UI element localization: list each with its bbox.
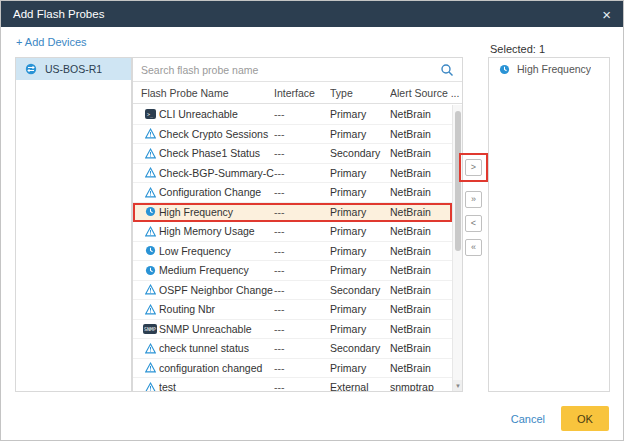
probe-type: Primary xyxy=(330,128,390,140)
move-right-button[interactable]: > xyxy=(465,159,482,176)
search-icon[interactable] xyxy=(440,63,454,77)
probe-type: Primary xyxy=(330,245,390,257)
probe-row[interactable]: Check Phase1 Status---SecondaryNetBrain xyxy=(133,144,452,164)
probe-interface: --- xyxy=(274,323,330,335)
router-icon xyxy=(22,63,40,75)
probe-type: Primary xyxy=(330,362,390,374)
probe-name: configuration changed xyxy=(159,362,274,374)
move-all-right-button[interactable]: » xyxy=(465,191,482,208)
column-type[interactable]: Type xyxy=(330,87,390,99)
clock-icon xyxy=(141,265,159,276)
probe-interface: --- xyxy=(274,342,330,354)
probe-name: Configuration Change xyxy=(159,186,274,198)
probe-name: High Frequency xyxy=(159,206,274,218)
search-bar xyxy=(133,58,462,82)
probe-row[interactable]: configuration changed---PrimaryNetBrain xyxy=(133,359,452,379)
warning-icon xyxy=(141,167,159,178)
probe-interface: --- xyxy=(274,362,330,374)
probe-alert-source: NetBrain xyxy=(390,128,452,140)
probe-alert-source: NetBrain xyxy=(390,225,452,237)
warning-icon xyxy=(141,226,159,237)
add-flash-probes-dialog: Add Flash Probes × + Add Devices Selecte… xyxy=(0,0,624,441)
probe-interface: --- xyxy=(274,381,330,391)
probe-type: Secondary xyxy=(330,342,390,354)
probe-type: External xyxy=(330,381,390,391)
probe-interface: --- xyxy=(274,147,330,159)
probe-name: Check-BGP-Summary-C... xyxy=(159,167,274,179)
dialog-title: Add Flash Probes xyxy=(13,8,104,20)
probe-row[interactable]: >_CLI Unreachable---PrimaryNetBrain xyxy=(133,105,452,125)
probe-interface: --- xyxy=(274,186,330,198)
snmp-icon: SNMP xyxy=(141,324,159,334)
probe-alert-source: NetBrain xyxy=(390,342,452,354)
probe-interface: --- xyxy=(274,128,330,140)
probe-type: Secondary xyxy=(330,284,390,296)
probe-row[interactable]: Check Crypto Sessions---PrimaryNetBrain xyxy=(133,125,452,145)
probe-alert-source: NetBrain xyxy=(390,362,452,374)
move-left-button[interactable]: < xyxy=(465,215,482,232)
probe-row[interactable]: test---Externalsnmptrap xyxy=(133,378,452,391)
probe-interface: --- xyxy=(274,167,330,179)
device-item[interactable]: US-BOS-R1 xyxy=(16,58,131,80)
probe-name: check tunnel status xyxy=(159,342,274,354)
probe-name: Medium Frequency xyxy=(159,264,274,276)
add-devices-link[interactable]: + Add Devices xyxy=(16,36,87,48)
probe-row[interactable]: Low Frequency---PrimaryNetBrain xyxy=(133,242,452,262)
probe-row[interactable]: Medium Frequency---PrimaryNetBrain xyxy=(133,261,452,281)
probe-name: Routing Nbr xyxy=(159,303,274,315)
probe-row[interactable]: check tunnel status---SecondaryNetBrain xyxy=(133,339,452,359)
probe-name: Low Frequency xyxy=(159,245,274,257)
warning-icon xyxy=(141,382,159,391)
probe-type: Primary xyxy=(330,264,390,276)
selected-count-label: Selected: 1 xyxy=(490,43,545,55)
search-input[interactable] xyxy=(141,64,440,76)
warning-icon xyxy=(141,362,159,373)
probe-alert-source: NetBrain xyxy=(390,303,452,315)
probe-interface: --- xyxy=(274,264,330,276)
probe-name: test xyxy=(159,381,274,391)
probe-row[interactable]: SNMPSNMP Unreachable---PrimaryNetBrain xyxy=(133,320,452,340)
probe-table-body: >_CLI Unreachable---PrimaryNetBrainCheck… xyxy=(133,105,452,391)
probe-name: Check Crypto Sessions xyxy=(159,128,274,140)
probe-row[interactable]: Routing Nbr---PrimaryNetBrain xyxy=(133,300,452,320)
probe-interface: --- xyxy=(274,284,330,296)
probe-name: SNMP Unreachable xyxy=(159,323,274,335)
probe-row[interactable]: OSPF Neighbor Change---SecondaryNetBrain xyxy=(133,281,452,301)
column-interface[interactable]: Interface xyxy=(274,87,330,99)
probe-name: Check Phase1 Status xyxy=(159,147,274,159)
probe-name: High Memory Usage xyxy=(159,225,274,237)
probe-alert-source: NetBrain xyxy=(390,186,452,198)
ok-button[interactable]: OK xyxy=(561,406,609,431)
device-name: US-BOS-R1 xyxy=(45,63,102,75)
probe-row[interactable]: High Frequency---PrimaryNetBrain xyxy=(133,203,452,223)
warning-icon xyxy=(141,304,159,315)
probe-alert-source: NetBrain xyxy=(390,167,452,179)
scroll-down-button[interactable]: ▼ xyxy=(453,380,463,391)
probe-interface: --- xyxy=(274,225,330,237)
cancel-button[interactable]: Cancel xyxy=(511,413,545,425)
table-header: Flash Probe Name Interface Type Alert So… xyxy=(133,82,462,104)
probe-interface: --- xyxy=(274,108,330,120)
warning-icon xyxy=(141,343,159,354)
move-all-left-button[interactable]: « xyxy=(465,239,482,256)
probe-type: Primary xyxy=(330,167,390,179)
probe-row[interactable]: High Memory Usage---PrimaryNetBrain xyxy=(133,222,452,242)
probe-type: Primary xyxy=(330,108,390,120)
probe-type: Primary xyxy=(330,225,390,237)
probe-type: Secondary xyxy=(330,147,390,159)
probe-type: Primary xyxy=(330,206,390,218)
column-alert-source[interactable]: Alert Source ... xyxy=(390,87,462,99)
probe-name: OSPF Neighbor Change xyxy=(159,284,274,296)
probe-name: CLI Unreachable xyxy=(159,108,274,120)
warning-icon xyxy=(141,187,159,198)
probe-alert-source: NetBrain xyxy=(390,264,452,276)
warning-icon xyxy=(141,148,159,159)
probe-alert-source: NetBrain xyxy=(390,147,452,159)
column-flash-probe-name[interactable]: Flash Probe Name xyxy=(141,87,274,99)
probe-row[interactable]: Check-BGP-Summary-C...---PrimaryNetBrain xyxy=(133,164,452,184)
table-scrollbar[interactable]: ▼ xyxy=(452,105,462,391)
probe-row[interactable]: Configuration Change---PrimaryNetBrain xyxy=(133,183,452,203)
close-icon[interactable]: × xyxy=(602,7,611,22)
selected-item-name: High Frequency xyxy=(517,63,591,75)
selected-item[interactable]: High Frequency xyxy=(489,58,609,80)
